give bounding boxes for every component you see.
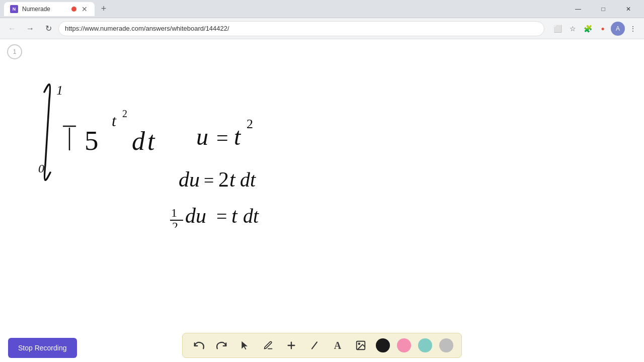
url-text: https://www.numerade.com/answers/whitebo… <box>65 25 229 32</box>
svg-text:=: = <box>204 170 214 191</box>
bottom-bar: Stop Recording <box>0 333 644 358</box>
redo-button[interactable] <box>214 337 230 353</box>
maximize-button[interactable]: □ <box>592 0 615 18</box>
add-tool-button[interactable] <box>283 337 299 353</box>
svg-text:du: du <box>179 168 200 191</box>
svg-text:d: d <box>132 127 145 155</box>
browser-tab[interactable]: N Numerade ✕ <box>4 2 95 16</box>
svg-text:dt: dt <box>240 168 256 191</box>
svg-text:t: t <box>112 112 117 130</box>
color-green-button[interactable] <box>418 338 432 352</box>
svg-text:2: 2 <box>247 117 253 131</box>
whiteboard[interactable]: 1 1 0 5 t 2 d <box>0 39 644 362</box>
svg-text:2: 2 <box>218 168 229 191</box>
svg-text:=: = <box>216 126 228 149</box>
tab-favicon: N <box>10 5 18 13</box>
bookmark-icon[interactable]: ☆ <box>566 22 580 36</box>
minimize-button[interactable]: — <box>567 0 590 18</box>
tab-title: Numerade <box>22 6 67 13</box>
svg-text:2: 2 <box>122 108 127 119</box>
refresh-button[interactable]: ↻ <box>40 21 56 37</box>
forward-button[interactable]: → <box>22 21 38 37</box>
new-tab-button[interactable]: + <box>97 2 111 16</box>
window-controls: — □ ✕ <box>567 0 640 18</box>
content-area: 1 1 0 5 t 2 d <box>0 39 644 362</box>
svg-text:1: 1 <box>171 206 177 219</box>
browser-titlebar: N Numerade ✕ + — □ ✕ <box>0 0 644 18</box>
text-tool-button[interactable]: A <box>330 337 346 353</box>
svg-point-28 <box>358 343 360 344</box>
recording-dot <box>71 7 76 12</box>
recording-icon[interactable]: ● <box>596 22 610 36</box>
menu-icon[interactable]: ⋮ <box>626 22 640 36</box>
address-bar[interactable]: https://www.numerade.com/answers/whitebo… <box>58 21 544 36</box>
svg-text:=: = <box>216 206 227 227</box>
extension-icon[interactable]: 🧩 <box>581 22 595 36</box>
svg-text:2: 2 <box>172 220 178 228</box>
back-button[interactable]: ← <box>4 21 20 37</box>
svg-text:0: 0 <box>38 162 44 175</box>
stop-recording-button[interactable]: Stop Recording <box>8 338 77 358</box>
eraser-tool-button[interactable] <box>306 337 323 353</box>
browser-toolbar: ← → ↻ https://www.numerade.com/answers/w… <box>0 18 644 39</box>
cast-icon[interactable]: ⬜ <box>550 22 565 36</box>
svg-text:t: t <box>229 168 236 191</box>
color-pink-button[interactable] <box>397 338 411 352</box>
profile-avatar[interactable]: A <box>611 22 625 36</box>
browser-toolbar-icons: ⬜ ☆ 🧩 ● A ⋮ <box>550 22 640 36</box>
svg-text:t: t <box>147 127 155 155</box>
close-button[interactable]: ✕ <box>617 0 640 18</box>
browser-frame: N Numerade ✕ + — □ ✕ ← → ↻ https://www.n… <box>0 0 644 362</box>
image-tool-button[interactable] <box>353 337 369 353</box>
svg-text:du: du <box>185 204 206 227</box>
svg-text:1: 1 <box>56 83 63 98</box>
svg-text:u: u <box>196 123 208 150</box>
svg-text:dt: dt <box>243 205 259 227</box>
tab-close-button[interactable]: ✕ <box>80 5 89 13</box>
svg-text:t: t <box>231 204 238 227</box>
color-black-button[interactable] <box>376 338 390 352</box>
undo-button[interactable] <box>191 337 207 353</box>
math-content: 1 0 5 t 2 d t u = t 2 <box>15 67 367 228</box>
color-gray-button[interactable] <box>439 338 453 352</box>
svg-text:5: 5 <box>85 125 99 156</box>
svg-marker-23 <box>242 341 248 350</box>
select-tool-button[interactable] <box>237 337 253 353</box>
page-indicator: 1 <box>7 44 22 59</box>
pen-tool-button[interactable] <box>260 337 276 353</box>
svg-text:t: t <box>234 123 242 150</box>
drawing-toolbar: A <box>182 333 462 358</box>
svg-line-26 <box>312 342 317 348</box>
